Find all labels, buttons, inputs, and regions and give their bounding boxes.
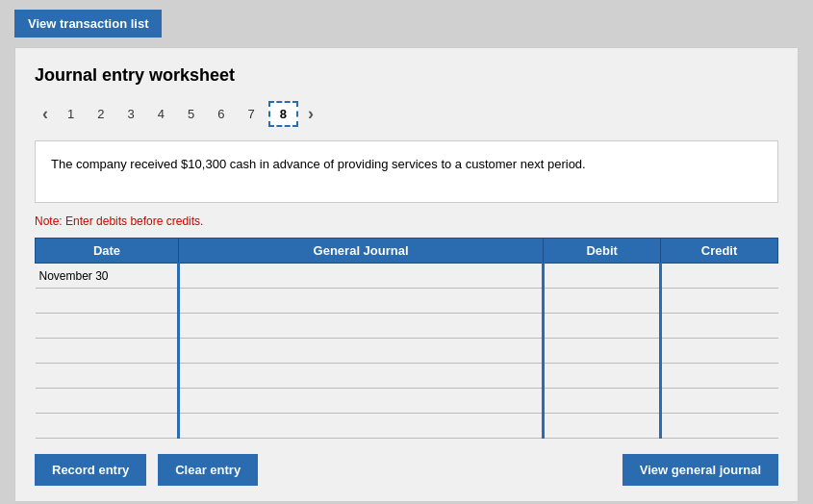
tab-4[interactable]: 4: [148, 103, 174, 125]
journal-table: Date General Journal Debit Credit Novemb…: [35, 238, 778, 439]
debit-cell-3[interactable]: [544, 314, 661, 339]
gj-input-1[interactable]: [184, 269, 538, 283]
tab-2[interactable]: 2: [88, 103, 114, 125]
tab-prev-arrow[interactable]: ‹: [35, 102, 56, 126]
debit-cell-6[interactable]: [544, 389, 661, 414]
col-header-credit: Credit: [661, 239, 778, 264]
gj-input-4[interactable]: [184, 344, 538, 358]
date-cell-4: [36, 339, 179, 364]
gj-cell-6[interactable]: [178, 389, 543, 414]
credit-cell-6[interactable]: [661, 389, 778, 414]
date-cell-6: [36, 389, 179, 414]
debit-cell-2[interactable]: [544, 289, 661, 314]
debit-input-7[interactable]: [548, 419, 655, 433]
date-cell-2: [36, 289, 179, 314]
view-general-journal-button[interactable]: View general journal: [622, 454, 778, 486]
view-transaction-button[interactable]: View transaction list: [14, 10, 162, 38]
tab-7[interactable]: 7: [238, 103, 264, 125]
table-row: [36, 364, 778, 389]
col-header-date: Date: [36, 239, 179, 264]
credit-input-7[interactable]: [666, 419, 774, 433]
gj-input-5[interactable]: [184, 369, 538, 383]
debit-input-2[interactable]: [548, 294, 655, 308]
debit-input-6[interactable]: [548, 394, 655, 408]
gj-cell-2[interactable]: [178, 289, 543, 314]
gj-cell-4[interactable]: [178, 339, 543, 364]
gj-input-2[interactable]: [184, 294, 538, 308]
credit-input-6[interactable]: [666, 394, 774, 408]
debit-cell-5[interactable]: [544, 364, 661, 389]
credit-input-2[interactable]: [666, 294, 774, 308]
debit-cell-7[interactable]: [544, 414, 661, 439]
date-cell-3: [36, 314, 179, 339]
tab-3[interactable]: 3: [117, 103, 143, 125]
table-row: [36, 289, 778, 314]
gj-cell-1[interactable]: [178, 264, 543, 289]
tab-8[interactable]: 8: [268, 101, 298, 127]
credit-cell-7[interactable]: [661, 414, 778, 439]
record-entry-button[interactable]: Record entry: [35, 454, 146, 486]
tab-5[interactable]: 5: [178, 103, 204, 125]
debit-input-3[interactable]: [548, 319, 655, 333]
bottom-buttons: Record entry Clear entry View general jo…: [35, 454, 778, 486]
panel-title: Journal entry worksheet: [35, 65, 778, 86]
debit-cell-1[interactable]: [544, 264, 661, 289]
col-header-debit: Debit: [544, 239, 661, 264]
tab-6[interactable]: 6: [208, 103, 234, 125]
credit-input-4[interactable]: [666, 344, 774, 358]
gj-input-7[interactable]: [184, 419, 538, 433]
credit-cell-4[interactable]: [661, 339, 778, 364]
tab-1[interactable]: 1: [58, 103, 84, 125]
gj-input-3[interactable]: [184, 319, 538, 333]
debit-input-4[interactable]: [548, 344, 655, 358]
date-cell-7: [36, 414, 179, 439]
table-row: November 30: [36, 264, 778, 289]
tab-navigation: ‹ 1 2 3 4 5 6 7 8 ›: [35, 101, 778, 127]
table-row: [36, 339, 778, 364]
gj-cell-3[interactable]: [178, 314, 543, 339]
credit-cell-3[interactable]: [661, 314, 778, 339]
gj-cell-7[interactable]: [178, 414, 543, 439]
gj-input-6[interactable]: [184, 394, 538, 408]
debit-input-5[interactable]: [548, 369, 655, 383]
note-text: Note: Enter debits before credits.: [35, 214, 778, 228]
debit-cell-4[interactable]: [544, 339, 661, 364]
gj-cell-5[interactable]: [178, 364, 543, 389]
table-row: [36, 314, 778, 339]
credit-cell-1[interactable]: [661, 264, 778, 289]
col-header-general-journal: General Journal: [178, 239, 543, 264]
main-panel: Journal entry worksheet ‹ 1 2 3 4 5 6 7 …: [14, 47, 799, 502]
credit-input-5[interactable]: [666, 369, 774, 383]
credit-input-3[interactable]: [666, 319, 774, 333]
description-box: The company received $10,300 cash in adv…: [35, 140, 778, 203]
credit-input-1[interactable]: [666, 269, 774, 283]
table-row: [36, 389, 778, 414]
debit-input-1[interactable]: [548, 269, 655, 283]
clear-entry-button[interactable]: Clear entry: [158, 454, 258, 486]
credit-cell-5[interactable]: [661, 364, 778, 389]
date-cell-1: November 30: [36, 264, 179, 289]
tab-next-arrow[interactable]: ›: [300, 102, 321, 126]
date-cell-5: [36, 364, 179, 389]
table-row: [36, 414, 778, 439]
credit-cell-2[interactable]: [661, 289, 778, 314]
